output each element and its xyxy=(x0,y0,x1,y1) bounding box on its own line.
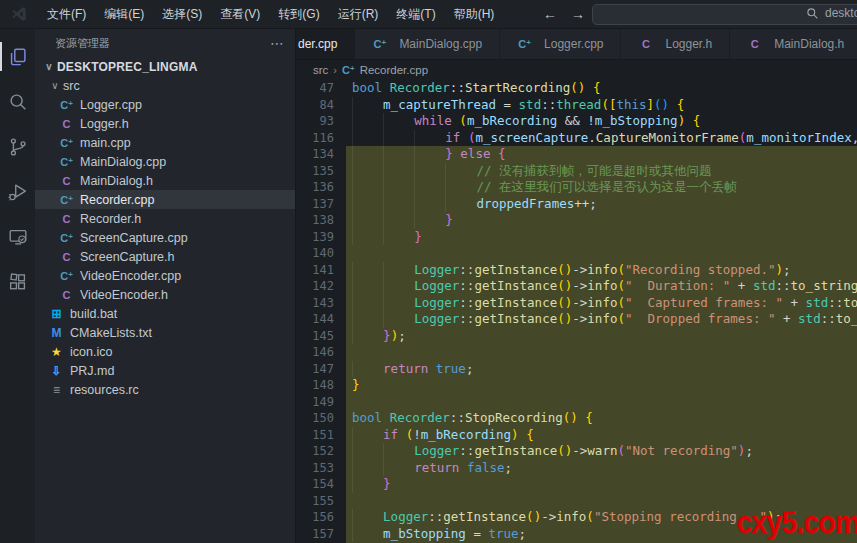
tree-item-main-cpp[interactable]: C+main.cpp xyxy=(35,133,295,152)
tree-item-label: MainDialog.cpp xyxy=(80,155,166,169)
tab-label: MainDialog.cpp xyxy=(399,37,482,51)
line-number: 136 xyxy=(296,179,346,196)
tab-bar: der.cppC+MainDialog.cppC+Logger.cppCLogg… xyxy=(296,29,857,60)
code-row: 137 droppedFrames++; xyxy=(296,196,857,213)
code-row: 145 }); xyxy=(296,328,857,345)
tree-item-resources-rc[interactable]: ≡resources.rc xyxy=(35,380,295,399)
line-number: 155 xyxy=(296,493,346,510)
explorer-sidebar: 资源管理器 ⋯ ∨DESKTOPREC_LINGMA∨srcC+Logger.c… xyxy=(35,29,296,543)
menu-item[interactable]: 选择(S) xyxy=(153,0,211,28)
tab-label: MainDialog.h xyxy=(774,37,844,51)
tab-label: der.cpp xyxy=(298,37,337,51)
more-actions-icon[interactable]: ⋯ xyxy=(270,35,285,51)
code-line: return true; xyxy=(346,361,857,378)
c-header-file-icon: C xyxy=(59,118,74,130)
tree-item-maindialog-cpp[interactable]: C+MainDialog.cpp xyxy=(35,152,295,171)
tab-logger-h[interactable]: CLogger.h xyxy=(621,29,730,59)
back-arrow-icon[interactable]: ← xyxy=(543,6,557,22)
line-number: 146 xyxy=(296,344,346,361)
chevron-down-icon: ∨ xyxy=(49,80,61,91)
code-row: 153 return false; xyxy=(296,460,857,477)
tab-label: Logger.h xyxy=(665,37,712,51)
tree-item-desktoprec-lingma[interactable]: ∨DESKTOPREC_LINGMA xyxy=(35,57,295,76)
menu-item[interactable]: 帮助(H) xyxy=(445,0,504,28)
activity-explorer[interactable] xyxy=(0,34,35,79)
breadcrumb-folder[interactable]: src xyxy=(313,64,328,76)
code-row: 151 if (!m_bRecording) { xyxy=(296,427,857,444)
c-header-file-icon: C xyxy=(59,289,74,301)
menu-bar: 文件(F)编辑(E)选择(S)查看(V)转到(G)运行(R)终端(T)帮助(H) xyxy=(38,0,503,28)
tree-item-maindialog-h[interactable]: CMainDialog.h xyxy=(35,171,295,190)
tree-item-icon-ico[interactable]: ★icon.ico xyxy=(35,342,295,361)
activity-search[interactable] xyxy=(0,79,35,124)
tab-maindialog-h[interactable]: CMainDialog.h xyxy=(730,29,857,59)
tree-item-cmakelists-txt[interactable]: MCMakeLists.txt xyxy=(35,323,295,342)
code-row: 140 xyxy=(296,245,857,262)
code-row: 93 while (m_bRecording && !m_bStopping) … xyxy=(296,113,857,130)
tab-label: Logger.cpp xyxy=(544,37,603,51)
line-number: 93 xyxy=(296,113,346,130)
tree-item-label: Logger.cpp xyxy=(80,98,142,112)
code-line xyxy=(346,394,857,411)
tree-item-label: build.bat xyxy=(70,307,117,321)
menu-item[interactable]: 转到(G) xyxy=(269,0,328,28)
code-row: 144 Logger::getInstance()->info(" Droppe… xyxy=(296,311,857,328)
tab-der-cpp[interactable]: der.cpp xyxy=(296,29,355,59)
command-search-box[interactable]: desktop xyxy=(592,4,857,25)
cpp-file-icon: C+ xyxy=(59,194,74,206)
code-line xyxy=(346,245,857,262)
activity-extensions[interactable] xyxy=(0,259,35,304)
tree-item-label: VideoEncoder.h xyxy=(80,288,168,302)
activity-remote-explorer[interactable] xyxy=(0,214,35,259)
tree-item-build-bat[interactable]: ⊞build.bat xyxy=(35,304,295,323)
tree-item-videoencoder-h[interactable]: CVideoEncoder.h xyxy=(35,285,295,304)
tab-maindialog-cpp[interactable]: C+MainDialog.cpp xyxy=(355,29,500,59)
menu-item[interactable]: 运行(R) xyxy=(329,0,388,28)
code-line: } xyxy=(346,229,857,246)
line-number: 135 xyxy=(296,163,346,180)
tree-item-recorder-cpp[interactable]: C+Recorder.cpp xyxy=(35,190,295,209)
cpp-file-icon: C+ xyxy=(342,64,355,76)
tab-logger-cpp[interactable]: C+Logger.cpp xyxy=(500,29,621,59)
tree-item-screencapture-h[interactable]: CScreenCapture.h xyxy=(35,247,295,266)
forward-arrow-icon[interactable]: → xyxy=(571,6,585,22)
tree-item-recorder-h[interactable]: CRecorder.h xyxy=(35,209,295,228)
code-line: bool Recorder::StopRecording() { xyxy=(346,410,857,427)
menu-item[interactable]: 终端(T) xyxy=(387,0,444,28)
tree-item-logger-cpp[interactable]: C+Logger.cpp xyxy=(35,95,295,114)
search-icon xyxy=(806,7,819,20)
chevron-down-icon: ∨ xyxy=(43,61,55,72)
line-number: 84 xyxy=(296,97,346,114)
code-line: } else { xyxy=(346,146,857,163)
line-number: 142 xyxy=(296,278,346,295)
file-tree: ∨DESKTOPREC_LINGMA∨srcC+Logger.cppCLogge… xyxy=(35,57,295,399)
menu-item[interactable]: 查看(V) xyxy=(211,0,269,28)
tree-item-label: PRJ.md xyxy=(70,364,114,378)
code-row: 84 m_captureThread = std::thread([this](… xyxy=(296,97,857,114)
menu-item[interactable]: 文件(F) xyxy=(38,0,95,28)
code-line: // 在这里我们可以选择是否认为这是一个丢帧 xyxy=(346,179,857,196)
line-number: 145 xyxy=(296,328,346,345)
breadcrumb-file[interactable]: Recorder.cpp xyxy=(360,64,428,76)
tree-item-label: MainDialog.h xyxy=(80,174,153,188)
tree-item-videoencoder-cpp[interactable]: C+VideoEncoder.cpp xyxy=(35,266,295,285)
activity-run-debug[interactable] xyxy=(0,169,35,214)
code-row: 152 Logger::getInstance()->warn("Not rec… xyxy=(296,443,857,460)
code-row: 154 } xyxy=(296,476,857,493)
vscode-logo-icon xyxy=(10,5,28,23)
code-row: 150bool Recorder::StopRecording() { xyxy=(296,410,857,427)
tree-item-prj-md[interactable]: ⇩PRJ.md xyxy=(35,361,295,380)
code-row: 147 return true; xyxy=(296,361,857,378)
tree-item-logger-h[interactable]: CLogger.h xyxy=(35,114,295,133)
code-editor[interactable]: 47bool Recorder::StartRecording() {84 m_… xyxy=(296,80,857,543)
code-row: 141 Logger::getInstance()->info("Recordi… xyxy=(296,262,857,279)
menu-item[interactable]: 编辑(E) xyxy=(95,0,153,28)
code-line: bool Recorder::StartRecording() { xyxy=(346,80,857,97)
activity-source-control[interactable] xyxy=(0,124,35,169)
code-row: 134 } else { xyxy=(296,146,857,163)
tree-item-screencapture-cpp[interactable]: C+ScreenCapture.cpp xyxy=(35,228,295,247)
tree-item-label: CMakeLists.txt xyxy=(70,326,152,340)
tree-item-src[interactable]: ∨src xyxy=(35,76,295,95)
cpp-file-icon: C+ xyxy=(517,38,532,50)
code-line: Logger::getInstance()->info(" Duration: … xyxy=(346,278,857,295)
